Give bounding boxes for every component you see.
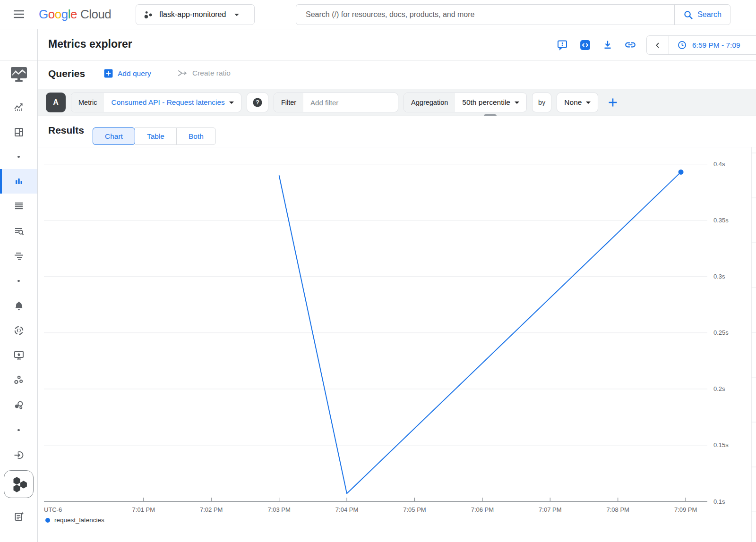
monitoring-logo-icon — [9, 66, 28, 83]
sidebar-item-monitoring-overview[interactable] — [0, 65, 37, 84]
svg-text:7:04 PM: 7:04 PM — [335, 506, 358, 513]
hamburger-icon — [13, 9, 25, 19]
view-table-button[interactable]: Table — [135, 127, 177, 145]
chevron-down-icon — [586, 102, 591, 104]
svg-text:0.3s: 0.3s — [713, 273, 725, 280]
legend-series-label: request_latencies — [54, 517, 104, 524]
chevron-down-icon — [515, 102, 519, 104]
menu-icon[interactable] — [12, 9, 26, 20]
time-range-label: 6:59 PM - 7:09 — [692, 41, 740, 50]
svg-text:0.2s: 0.2s — [713, 385, 725, 392]
sidebar-item-collapsed-1[interactable] — [0, 147, 37, 166]
create-ratio-button[interactable]: Create ratio — [177, 69, 231, 77]
metric-value: Consumed API - Request latencies — [111, 98, 224, 107]
group-by-value: None — [564, 98, 582, 107]
aggregation-value: 50th percentile — [462, 98, 510, 107]
help-button[interactable]: ? — [248, 93, 267, 112]
cloud-logo-word: Cloud — [80, 7, 111, 22]
latency-line-chart: 0.4s0.35s0.3s0.25s0.2s0.15s0.1s7:01 PM7:… — [38, 147, 756, 542]
queries-section: Queries Add query Create ratio — [38, 60, 756, 89]
bell-icon — [13, 300, 25, 312]
add-aggregation-button[interactable] — [603, 93, 622, 112]
search-icon — [683, 10, 693, 20]
search-button-label: Search — [697, 10, 722, 19]
svg-text:UTC-6: UTC-6 — [44, 506, 62, 513]
metric-selector: Metric Consumed API - Request latencies — [71, 93, 241, 112]
sidebar-item-dashboards[interactable] — [0, 123, 37, 142]
services-circles-icon — [13, 374, 25, 386]
latency-chart-area[interactable]: 0.4s0.35s0.3s0.25s0.2s0.15s0.1s7:01 PM7:… — [38, 147, 756, 542]
plus-square-icon — [104, 69, 113, 78]
left-sidebar — [0, 29, 38, 542]
add-query-button[interactable]: Add query — [104, 69, 151, 78]
sidebar-item-list-search[interactable] — [0, 222, 37, 241]
sidebar-item-bubbles[interactable] — [0, 396, 37, 415]
svg-text:7:09 PM: 7:09 PM — [674, 506, 697, 513]
project-name: flask-app-monitored — [159, 10, 226, 19]
create-ratio-label: Create ratio — [192, 69, 231, 77]
svg-text:0.15s: 0.15s — [713, 441, 729, 449]
project-selector[interactable]: flask-app-monitored — [136, 4, 255, 25]
sidebar-item-collapsed-3[interactable] — [0, 421, 37, 440]
clock-icon — [677, 40, 687, 50]
uptime-check-icon — [13, 325, 25, 336]
sidebar-item-trace-lines[interactable] — [0, 246, 37, 265]
sidebar-item-gke[interactable] — [4, 470, 34, 498]
sidebar-item-screen-share[interactable] — [0, 346, 37, 364]
download-icon — [602, 39, 613, 51]
results-title: Results — [48, 125, 84, 136]
sidebar-item-metrics-explorer[interactable] — [0, 172, 37, 191]
metric-label: Metric — [71, 93, 104, 112]
sidebar-item-metrics-trend[interactable] — [0, 98, 37, 117]
project-dots-icon — [144, 10, 154, 19]
help-icon: ? — [252, 97, 263, 108]
filter-input[interactable] — [310, 99, 391, 107]
results-section: Results Chart Table Both — [38, 116, 756, 147]
svg-text:7:03 PM: 7:03 PM — [267, 506, 290, 513]
svg-text:0.25s: 0.25s — [713, 329, 729, 336]
chevron-left-icon — [653, 41, 662, 50]
code-icon — [579, 39, 591, 51]
view-chart-button[interactable]: Chart — [93, 127, 135, 145]
sidebar-item-services[interactable] — [0, 371, 37, 390]
sidebar-item-integrations[interactable] — [0, 446, 37, 465]
share-link-button[interactable] — [621, 35, 640, 54]
bar-chart-icon — [13, 176, 25, 187]
time-range-button[interactable]: 6:59 PM - 7:09 — [669, 40, 740, 50]
merge-arrow-icon — [177, 69, 188, 77]
query-letter-badge: A — [46, 93, 66, 112]
sidebar-item-uptime-checks[interactable] — [0, 321, 37, 340]
time-range-back-button[interactable] — [647, 36, 669, 54]
queries-title: Queries — [48, 68, 85, 79]
search-input[interactable] — [296, 10, 674, 19]
sidebar-item-expand[interactable] — [0, 538, 37, 542]
group-by-control: None — [557, 93, 598, 112]
plus-icon — [607, 97, 619, 108]
aggregation-label: Aggregation — [404, 93, 455, 112]
search-button[interactable]: Search — [674, 5, 730, 25]
view-both-button[interactable]: Both — [176, 127, 216, 145]
feedback-button[interactable] — [553, 35, 572, 54]
svg-text:7:02 PM: 7:02 PM — [200, 506, 223, 513]
sidebar-item-release-notes[interactable] — [0, 507, 37, 526]
chevron-down-icon — [229, 102, 234, 104]
add-query-label: Add query — [118, 69, 151, 78]
header-actions — [553, 35, 640, 54]
dot-icon — [17, 280, 20, 282]
dot-icon — [17, 429, 20, 432]
aggregation-control: Aggregation 50th percentile — [404, 93, 527, 112]
code-view-button[interactable] — [576, 35, 594, 54]
download-button[interactable] — [598, 35, 617, 54]
trace-lines-icon — [13, 250, 25, 262]
link-icon — [624, 39, 636, 51]
group-by-dropdown[interactable]: None — [557, 98, 598, 107]
sidebar-item-alerting[interactable] — [0, 296, 37, 315]
google-logo-word: Google — [39, 7, 77, 22]
list-icon — [13, 200, 25, 212]
sidebar-item-collapsed-2[interactable] — [0, 271, 37, 290]
sidebar-item-log-list[interactable] — [0, 196, 37, 215]
aggregation-dropdown[interactable]: 50th percentile — [455, 98, 526, 107]
dashboard-icon — [13, 127, 25, 138]
svg-text:7:07 PM: 7:07 PM — [539, 506, 561, 513]
metric-dropdown[interactable]: Consumed API - Request latencies — [104, 98, 241, 107]
